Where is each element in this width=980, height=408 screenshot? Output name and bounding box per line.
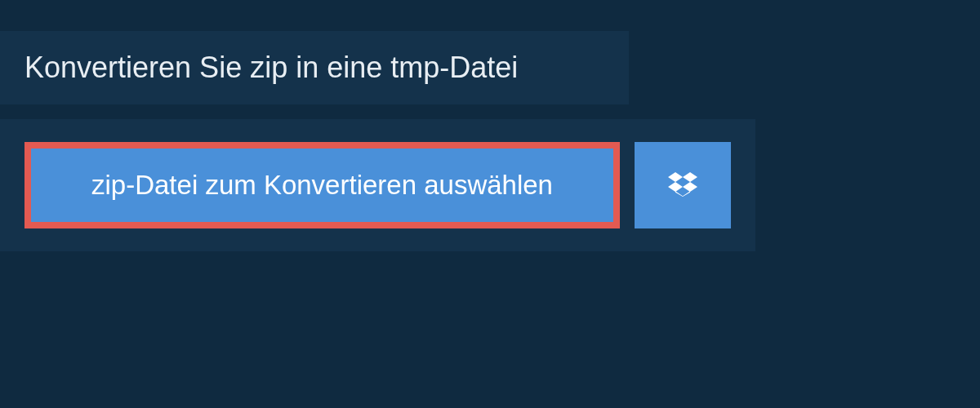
page-title: Konvertieren Sie zip in eine tmp-Datei [24,51,604,85]
dropbox-button[interactable] [635,142,731,228]
dropbox-icon [668,170,697,202]
header-bar: Konvertieren Sie zip in eine tmp-Datei [0,31,629,104]
upload-panel: zip-Datei zum Konvertieren auswählen [0,119,755,251]
select-file-button[interactable]: zip-Datei zum Konvertieren auswählen [24,142,620,228]
select-file-label: zip-Datei zum Konvertieren auswählen [91,170,553,201]
